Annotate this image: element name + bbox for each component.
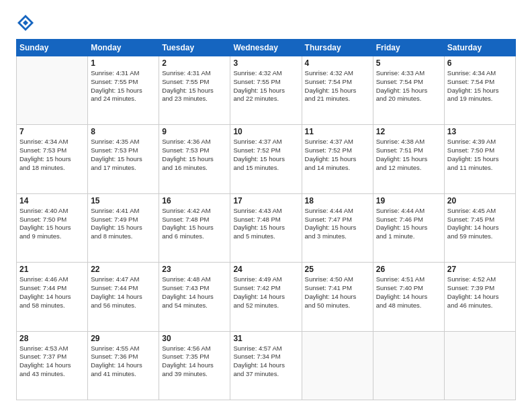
day-info: Sunrise: 4:35 AM Sunset: 7:53 PM Dayligh… (91, 138, 156, 172)
day-number: 19 (376, 196, 441, 205)
day-number: 30 (162, 334, 227, 343)
weekday-header-thursday: Thursday (302, 40, 373, 56)
calendar-table: SundayMondayTuesdayWednesdayThursdayFrid… (16, 39, 516, 400)
weekday-header-monday: Monday (88, 40, 159, 56)
day-info: Sunrise: 4:51 AM Sunset: 7:40 PM Dayligh… (376, 275, 441, 310)
calendar-cell (373, 331, 444, 400)
day-info: Sunrise: 4:40 AM Sunset: 7:50 PM Dayligh… (19, 207, 85, 241)
weekday-header-row: SundayMondayTuesdayWednesdayThursdayFrid… (17, 40, 516, 56)
calendar-week-3: 14Sunrise: 4:40 AM Sunset: 7:50 PM Dayli… (17, 193, 516, 262)
day-info: Sunrise: 4:32 AM Sunset: 7:54 PM Dayligh… (305, 69, 370, 103)
day-number: 20 (447, 196, 513, 205)
day-number: 23 (162, 265, 227, 274)
day-info: Sunrise: 4:44 AM Sunset: 7:46 PM Dayligh… (376, 207, 441, 241)
day-number: 25 (305, 265, 370, 274)
day-info: Sunrise: 4:56 AM Sunset: 7:35 PM Dayligh… (162, 345, 227, 379)
logo (16, 13, 38, 32)
day-number: 31 (233, 334, 298, 343)
calendar-week-5: 28Sunrise: 4:53 AM Sunset: 7:37 PM Dayli… (17, 331, 516, 400)
weekday-header-wednesday: Wednesday (230, 40, 302, 56)
calendar-week-4: 21Sunrise: 4:46 AM Sunset: 7:44 PM Dayli… (17, 263, 516, 331)
weekday-header-saturday: Saturday (444, 40, 515, 56)
calendar-cell: 19Sunrise: 4:44 AM Sunset: 7:46 PM Dayli… (373, 193, 444, 262)
weekday-header-tuesday: Tuesday (159, 40, 230, 56)
day-info: Sunrise: 4:31 AM Sunset: 7:55 PM Dayligh… (162, 69, 227, 103)
day-info: Sunrise: 4:57 AM Sunset: 7:34 PM Dayligh… (233, 345, 298, 379)
calendar-cell: 23Sunrise: 4:48 AM Sunset: 7:43 PM Dayli… (159, 263, 230, 331)
calendar-cell (302, 331, 373, 400)
day-number: 5 (376, 58, 441, 68)
day-info: Sunrise: 4:37 AM Sunset: 7:52 PM Dayligh… (233, 138, 298, 172)
weekday-header-sunday: Sunday (17, 40, 88, 56)
calendar-cell: 7Sunrise: 4:34 AM Sunset: 7:53 PM Daylig… (17, 125, 88, 193)
calendar-cell: 22Sunrise: 4:47 AM Sunset: 7:44 PM Dayli… (88, 263, 159, 331)
calendar-cell: 8Sunrise: 4:35 AM Sunset: 7:53 PM Daylig… (88, 125, 159, 193)
day-number: 27 (447, 265, 513, 274)
calendar-cell: 25Sunrise: 4:50 AM Sunset: 7:41 PM Dayli… (302, 263, 373, 331)
calendar-cell: 27Sunrise: 4:52 AM Sunset: 7:39 PM Dayli… (444, 263, 515, 331)
calendar-cell: 21Sunrise: 4:46 AM Sunset: 7:44 PM Dayli… (17, 263, 88, 331)
calendar-cell: 5Sunrise: 4:33 AM Sunset: 7:54 PM Daylig… (373, 56, 444, 125)
day-number: 14 (19, 196, 85, 205)
day-number: 1 (91, 58, 156, 68)
day-info: Sunrise: 4:37 AM Sunset: 7:52 PM Dayligh… (305, 138, 370, 172)
day-number: 21 (19, 265, 85, 274)
day-number: 29 (91, 334, 156, 343)
calendar-cell: 14Sunrise: 4:40 AM Sunset: 7:50 PM Dayli… (17, 193, 88, 262)
calendar-cell: 20Sunrise: 4:45 AM Sunset: 7:45 PM Dayli… (444, 193, 515, 262)
day-number: 7 (19, 127, 85, 136)
day-number: 28 (19, 334, 85, 343)
calendar-cell: 12Sunrise: 4:38 AM Sunset: 7:51 PM Dayli… (373, 125, 444, 193)
day-info: Sunrise: 4:41 AM Sunset: 7:49 PM Dayligh… (91, 207, 156, 241)
calendar-cell: 17Sunrise: 4:43 AM Sunset: 7:48 PM Dayli… (230, 193, 302, 262)
day-number: 11 (305, 127, 370, 136)
day-info: Sunrise: 4:42 AM Sunset: 7:48 PM Dayligh… (162, 207, 227, 241)
day-info: Sunrise: 4:34 AM Sunset: 7:54 PM Dayligh… (447, 69, 513, 103)
calendar-cell: 30Sunrise: 4:56 AM Sunset: 7:35 PM Dayli… (159, 331, 230, 400)
page: SundayMondayTuesdayWednesdayThursdayFrid… (0, 0, 532, 411)
day-info: Sunrise: 4:32 AM Sunset: 7:55 PM Dayligh… (233, 69, 298, 103)
weekday-header-friday: Friday (373, 40, 444, 56)
calendar-cell: 28Sunrise: 4:53 AM Sunset: 7:37 PM Dayli… (17, 331, 88, 400)
calendar-cell: 13Sunrise: 4:39 AM Sunset: 7:50 PM Dayli… (444, 125, 515, 193)
day-number: 4 (305, 58, 370, 68)
calendar-cell: 18Sunrise: 4:44 AM Sunset: 7:47 PM Dayli… (302, 193, 373, 262)
day-info: Sunrise: 4:33 AM Sunset: 7:54 PM Dayligh… (376, 69, 441, 103)
calendar-cell (444, 331, 515, 400)
day-info: Sunrise: 4:38 AM Sunset: 7:51 PM Dayligh… (376, 138, 441, 172)
day-number: 24 (233, 265, 298, 274)
day-info: Sunrise: 4:45 AM Sunset: 7:45 PM Dayligh… (447, 207, 513, 241)
day-number: 8 (91, 127, 156, 136)
day-number: 17 (233, 196, 298, 205)
day-info: Sunrise: 4:49 AM Sunset: 7:42 PM Dayligh… (233, 275, 298, 310)
day-number: 16 (162, 196, 227, 205)
calendar-week-2: 7Sunrise: 4:34 AM Sunset: 7:53 PM Daylig… (17, 125, 516, 193)
day-number: 26 (376, 265, 441, 274)
day-number: 9 (162, 127, 227, 136)
day-info: Sunrise: 4:47 AM Sunset: 7:44 PM Dayligh… (91, 275, 156, 310)
day-info: Sunrise: 4:46 AM Sunset: 7:44 PM Dayligh… (19, 275, 85, 310)
day-info: Sunrise: 4:48 AM Sunset: 7:43 PM Dayligh… (162, 275, 227, 310)
day-number: 12 (376, 127, 441, 136)
header (16, 13, 516, 32)
day-info: Sunrise: 4:31 AM Sunset: 7:55 PM Dayligh… (91, 69, 156, 103)
calendar-cell: 24Sunrise: 4:49 AM Sunset: 7:42 PM Dayli… (230, 263, 302, 331)
calendar-cell: 4Sunrise: 4:32 AM Sunset: 7:54 PM Daylig… (302, 56, 373, 125)
day-number: 15 (91, 196, 156, 205)
calendar-cell: 3Sunrise: 4:32 AM Sunset: 7:55 PM Daylig… (230, 56, 302, 125)
calendar-cell: 15Sunrise: 4:41 AM Sunset: 7:49 PM Dayli… (88, 193, 159, 262)
logo-icon (16, 13, 35, 32)
day-info: Sunrise: 4:43 AM Sunset: 7:48 PM Dayligh… (233, 207, 298, 241)
day-info: Sunrise: 4:36 AM Sunset: 7:53 PM Dayligh… (162, 138, 227, 172)
day-info: Sunrise: 4:50 AM Sunset: 7:41 PM Dayligh… (305, 275, 370, 310)
calendar-cell: 11Sunrise: 4:37 AM Sunset: 7:52 PM Dayli… (302, 125, 373, 193)
day-number: 10 (233, 127, 298, 136)
calendar-cell: 10Sunrise: 4:37 AM Sunset: 7:52 PM Dayli… (230, 125, 302, 193)
day-number: 6 (447, 58, 513, 68)
day-info: Sunrise: 4:34 AM Sunset: 7:53 PM Dayligh… (19, 138, 85, 172)
calendar-cell: 2Sunrise: 4:31 AM Sunset: 7:55 PM Daylig… (159, 56, 230, 125)
day-info: Sunrise: 4:52 AM Sunset: 7:39 PM Dayligh… (447, 275, 513, 310)
calendar-cell: 31Sunrise: 4:57 AM Sunset: 7:34 PM Dayli… (230, 331, 302, 400)
calendar-cell: 16Sunrise: 4:42 AM Sunset: 7:48 PM Dayli… (159, 193, 230, 262)
day-number: 13 (447, 127, 513, 136)
